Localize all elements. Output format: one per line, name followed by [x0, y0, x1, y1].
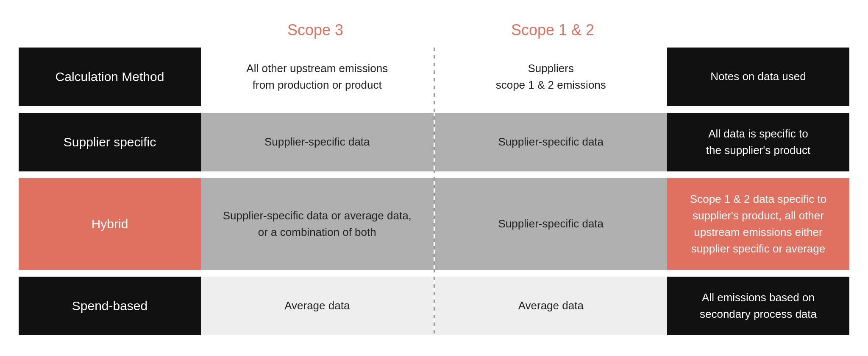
supplier-specific-scope12-text: Supplier-specific data [498, 134, 604, 150]
spend-based-text: Spend-based [72, 297, 147, 315]
spend-based-scope3: Average data [201, 277, 434, 335]
supplier-specific-scope3-text: Supplier-specific data [264, 134, 370, 150]
column-headers: Scope 3 Scope 1 & 2 [19, 21, 849, 43]
calc-method-label: Calculation Method [19, 48, 201, 106]
scope12-header-desc: Suppliersscope 1 & 2 emissions [435, 48, 668, 106]
hybrid-scope12-text: Supplier-specific data [498, 216, 604, 232]
supplier-specific-label: Supplier specific [19, 113, 201, 171]
hybrid-scope12: Supplier-specific data [435, 178, 668, 270]
supplier-specific-text: Supplier specific [64, 133, 156, 151]
hybrid-scope3-text: Supplier-specific data or average data,o… [223, 207, 412, 241]
supplier-specific-notes: All data is specific tothe supplier's pr… [667, 113, 849, 171]
hybrid-notes: Scope 1 & 2 data specific tosupplier's p… [667, 178, 849, 270]
scope3-header: Scope 3 [201, 21, 430, 43]
notes-header-text: Notes on data used [710, 68, 806, 85]
spend-based-label: Spend-based [19, 277, 201, 335]
supplier-specific-scope12: Supplier-specific data [435, 113, 668, 171]
scope12-header-text: Suppliersscope 1 & 2 emissions [496, 60, 606, 93]
spend-based-scope12-text: Average data [518, 297, 584, 314]
main-grid: Calculation Method All other upstream em… [19, 48, 849, 335]
calc-method-text: Calculation Method [56, 68, 164, 86]
hybrid-scope3: Supplier-specific data or average data,o… [201, 178, 434, 270]
hybrid-label: Hybrid [19, 178, 201, 270]
supplier-specific-scope3: Supplier-specific data [201, 113, 434, 171]
supplier-specific-notes-text: All data is specific tothe supplier's pr… [706, 126, 810, 159]
scope3-header-text: All other upstream emissionsfrom product… [246, 60, 388, 93]
table-wrapper: Scope 3 Scope 1 & 2 Calculation Method A… [19, 4, 849, 352]
notes-header-label: Notes on data used [667, 48, 849, 106]
spend-based-notes: All emissions based onsecondary process … [667, 277, 849, 335]
hybrid-text: Hybrid [92, 215, 128, 233]
scope3-header-desc: All other upstream emissionsfrom product… [201, 48, 434, 106]
hybrid-notes-text: Scope 1 & 2 data specific tosupplier's p… [690, 191, 826, 257]
scope12-header: Scope 1 & 2 [438, 21, 667, 43]
spend-based-scope12: Average data [435, 277, 668, 335]
spend-based-notes-text: All emissions based onsecondary process … [700, 289, 817, 322]
spend-based-scope3-text: Average data [284, 297, 350, 314]
